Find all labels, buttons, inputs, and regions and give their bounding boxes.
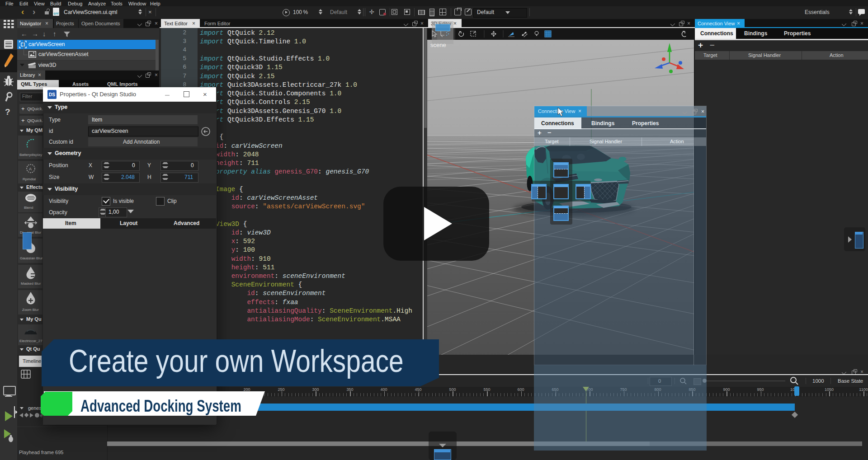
svg-text:A: A — [29, 167, 32, 171]
